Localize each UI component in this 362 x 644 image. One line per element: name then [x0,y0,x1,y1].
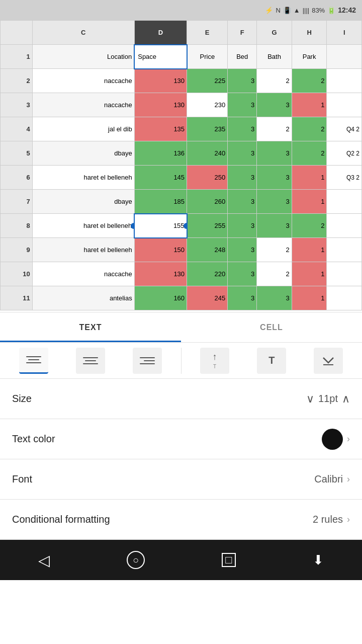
cell-h2[interactable]: 2 [292,69,327,93]
size-increase-button[interactable]: ∧ [342,392,350,406]
col-header-g[interactable]: G [257,21,292,45]
cell-i1[interactable] [327,45,362,69]
cell-c4[interactable]: jal el dib [32,117,134,141]
cell-g4[interactable]: 2 [257,117,292,141]
recent-apps-button[interactable]: □ [222,553,236,567]
cell-h6[interactable]: 1 [292,166,327,190]
cell-i9[interactable] [327,238,362,262]
back-button[interactable]: ◁ [38,551,50,569]
selection-handle-left[interactable] [131,223,134,229]
cell-g1[interactable]: Bath [257,45,292,69]
cell-i3[interactable] [327,93,362,117]
col-header-i[interactable]: I [327,21,362,45]
cell-c6[interactable]: haret el belleneh [32,166,134,190]
cell-g2[interactable]: 2 [257,69,292,93]
cell-h10[interactable]: 1 [292,262,327,286]
size-decrease-button[interactable]: ∨ [306,392,314,406]
cell-g6[interactable]: 3 [257,166,292,190]
cell-g5[interactable]: 3 [257,141,292,166]
cell-g9[interactable]: 2 [257,238,292,262]
valign-top-button[interactable]: ↑ T [200,348,229,374]
cell-d9[interactable]: 150 [134,238,187,262]
valign-middle-button[interactable]: T [257,348,286,374]
cell-h11[interactable]: 1 [292,286,327,310]
conditional-formatting-option[interactable]: Conditional formatting 2 rules › [0,500,362,540]
cell-i5[interactable]: Q2 2 [327,141,362,166]
cell-i8[interactable] [327,214,362,238]
cell-g7[interactable]: 3 [257,190,292,214]
cell-g3[interactable]: 3 [257,93,292,117]
font-option[interactable]: Font Calibri › [0,459,362,500]
cell-e3[interactable]: 230 [187,93,228,117]
cell-e9[interactable]: 248 [187,238,228,262]
col-header-e[interactable]: E [187,21,228,45]
cell-e6[interactable]: 250 [187,166,228,190]
home-button[interactable]: ○ [127,551,145,569]
cell-f10[interactable]: 3 [228,262,257,286]
cell-c11[interactable]: antelias [32,286,134,310]
cell-f7[interactable]: 3 [228,190,257,214]
cell-c7[interactable]: dbaye [32,190,134,214]
col-header-c[interactable]: C [32,21,134,45]
cell-f1[interactable]: Bed [228,45,257,69]
cell-i6[interactable]: Q3 2 [327,166,362,190]
cell-i2[interactable] [327,69,362,93]
cell-f6[interactable]: 3 [228,166,257,190]
cell-d6[interactable]: 145 [134,166,187,190]
valign-bottom-button[interactable] [314,348,343,374]
cell-e5[interactable]: 240 [187,141,228,166]
cell-d3[interactable]: 130 [134,93,187,117]
cell-e2[interactable]: 225 [187,69,228,93]
cell-h8[interactable]: 2 [292,214,327,238]
size-option[interactable]: Size ∨ 11pt ∧ [0,379,362,419]
cell-c9[interactable]: haret el belleneh [32,238,134,262]
cell-e7[interactable]: 260 [187,190,228,214]
cell-h3[interactable]: 1 [292,93,327,117]
cell-c5[interactable]: dbaye [32,141,134,166]
cell-h4[interactable]: 2 [292,117,327,141]
cell-i11[interactable] [327,286,362,310]
cell-g11[interactable]: 3 [257,286,292,310]
selection-handle-right[interactable] [184,223,187,229]
tab-text[interactable]: TEXT [0,312,181,342]
cell-d1[interactable]: Space [134,45,187,69]
tab-cell[interactable]: CELL [181,312,362,342]
cell-d5[interactable]: 136 [134,141,187,166]
cell-d7[interactable]: 185 [134,190,187,214]
cell-h7[interactable]: 1 [292,190,327,214]
cell-c3[interactable]: naccache [32,93,134,117]
col-header-f[interactable]: F [228,21,257,45]
cell-d10[interactable]: 130 [134,262,187,286]
cell-f4[interactable]: 3 [228,117,257,141]
col-header-d[interactable]: D [134,21,187,45]
cell-h1[interactable]: Park [292,45,327,69]
cell-e4[interactable]: 235 [187,117,228,141]
align-center-button[interactable] [76,348,105,374]
cell-f2[interactable]: 3 [228,69,257,93]
cell-d11[interactable]: 160 [134,286,187,310]
cell-e11[interactable]: 245 [187,286,228,310]
cell-f3[interactable]: 3 [228,93,257,117]
cell-i4[interactable]: Q4 2 [327,117,362,141]
cell-d8[interactable]: 155 [134,214,187,238]
cell-g8[interactable]: 3 [257,214,292,238]
cell-d2[interactable]: 130 [134,69,187,93]
cell-d4[interactable]: 135 [134,117,187,141]
cell-c8[interactable]: haret el belleneh [32,214,134,238]
cell-e10[interactable]: 220 [187,262,228,286]
cell-c10[interactable]: naccache [32,262,134,286]
align-left-button[interactable] [19,348,48,374]
download-button[interactable]: ⬇ [313,552,324,568]
cell-e8[interactable]: 255 [187,214,228,238]
cell-e1[interactable]: Price [187,45,228,69]
cell-f5[interactable]: 3 [228,141,257,166]
align-right-button[interactable] [133,348,162,374]
cell-f9[interactable]: 3 [228,238,257,262]
col-header-h[interactable]: H [292,21,327,45]
cell-f11[interactable]: 3 [228,286,257,310]
text-color-swatch[interactable] [322,429,343,450]
cell-f8[interactable]: 3 [228,214,257,238]
cell-i10[interactable] [327,262,362,286]
cell-h9[interactable]: 1 [292,238,327,262]
cell-i7[interactable] [327,190,362,214]
